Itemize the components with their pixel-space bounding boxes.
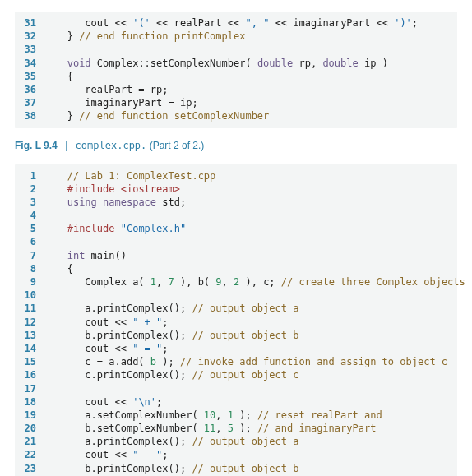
code-content: a.printComplex(); // output object a	[49, 435, 298, 448]
line-number: 1	[18, 169, 36, 183]
code-line: 18 cout << '\n';	[18, 395, 451, 409]
code-block-2: 1 // Lab 1: ComplexTest.cpp2 #include <i…	[15, 164, 457, 477]
code-content: imaginaryPart = ip;	[49, 96, 198, 109]
line-number: 12	[18, 316, 36, 329]
code-line: 36 realPart = rp;	[18, 83, 451, 96]
code-line: 38 } // end function setComplexNumber	[18, 109, 451, 122]
line-number: 21	[18, 435, 36, 448]
line-number: 8	[18, 262, 36, 275]
line-number: 19	[18, 409, 36, 422]
line-number: 4	[18, 209, 36, 222]
line-number: 9	[18, 275, 36, 289]
code-line: 15 c = a.add( b ); // invoke add functio…	[18, 355, 451, 368]
code-line: 2 #include <iostream>	[18, 183, 451, 196]
code-content: #include <iostream>	[49, 183, 180, 196]
line-number: 33	[18, 43, 36, 56]
code-content: int main()	[49, 249, 127, 262]
code-line: 11 a.printComplex(); // output object a	[18, 302, 451, 315]
code-content: void Complex::setComplexNumber( double r…	[49, 57, 388, 70]
code-line: 31 cout << '(' << realPart << ", " << im…	[18, 16, 451, 30]
code-line: 4	[18, 209, 451, 222]
line-number: 11	[18, 302, 36, 315]
caption-separator: |	[65, 140, 67, 151]
code-line: 7 int main()	[18, 249, 451, 262]
line-number: 15	[18, 355, 36, 368]
line-number: 2	[18, 183, 36, 196]
code-line: 32 } // end function printComplex	[18, 30, 451, 43]
code-line: 8 {	[18, 262, 451, 275]
line-number: 14	[18, 342, 36, 355]
code-content: c = a.add( b ); // invoke add function a…	[49, 355, 447, 368]
line-number: 36	[18, 83, 36, 96]
code-line: 14 cout << " = ";	[18, 342, 451, 355]
code-content: b.printComplex(); // output object b	[49, 462, 298, 475]
line-number: 17	[18, 382, 36, 395]
code-line: 9 Complex a( 1, 7 ), b( 9, 2 ), c; // cr…	[18, 275, 451, 289]
code-content: b.printComplex(); // output object b	[49, 329, 298, 342]
code-content: c.printComplex(); // output object c	[49, 368, 298, 381]
code-content: realPart = rp;	[49, 83, 169, 96]
code-content: b.setComplexNumber( 11, 5 ); // and imag…	[49, 422, 376, 435]
code-block-1: 31 cout << '(' << realPart << ", " << im…	[15, 12, 457, 128]
line-number: 38	[18, 109, 36, 122]
figure-caption: Fig. L 9.4 | complex.cpp. (Part 2 of 2.)	[15, 140, 457, 151]
code-line: 19 a.setComplexNumber( 10, 1 ); // reset…	[18, 409, 451, 422]
line-number: 23	[18, 462, 36, 475]
line-number: 10	[18, 289, 36, 302]
line-number: 3	[18, 196, 36, 209]
line-number: 22	[18, 448, 36, 461]
code-line: 10	[18, 289, 451, 302]
code-content: cout << " + ";	[49, 316, 169, 329]
code-line: 1 // Lab 1: ComplexTest.cpp	[18, 169, 451, 183]
code-line: 20 b.setComplexNumber( 11, 5 ); // and i…	[18, 422, 451, 435]
line-number: 37	[18, 96, 36, 109]
code-line: 33	[18, 43, 451, 56]
code-line: 21 a.printComplex(); // output object a	[18, 435, 451, 448]
code-line: 5 #include "Complex.h"	[18, 222, 451, 235]
code-line: 23 b.printComplex(); // output object b	[18, 462, 451, 475]
code-content: {	[49, 70, 73, 83]
line-number: 13	[18, 329, 36, 342]
line-number: 7	[18, 249, 36, 262]
code-line: 13 b.printComplex(); // output object b	[18, 329, 451, 342]
figure-label: Fig. L 9.4	[15, 140, 58, 151]
line-number: 32	[18, 30, 36, 43]
line-number: 31	[18, 16, 36, 30]
code-content: cout << " = ";	[49, 342, 169, 355]
code-line: 37 imaginaryPart = ip;	[18, 96, 451, 109]
code-content: } // end function printComplex	[49, 30, 245, 43]
code-content: using namespace std;	[49, 196, 186, 209]
line-number: 6	[18, 235, 36, 248]
line-number: 20	[18, 422, 36, 435]
line-number: 34	[18, 57, 36, 70]
code-content: Complex a( 1, 7 ), b( 9, 2 ), c; // crea…	[49, 275, 465, 289]
code-content: {	[49, 262, 73, 275]
caption-rest: (Part 2 of 2.)	[146, 140, 204, 151]
code-content: #include "Complex.h"	[49, 222, 186, 235]
code-content: cout << '\n';	[49, 395, 162, 409]
code-content: a.setComplexNumber( 10, 1 ); // reset re…	[49, 409, 382, 422]
code-line: 22 cout << " - ";	[18, 448, 451, 461]
code-content: } // end function setComplexNumber	[49, 109, 269, 122]
code-content: a.printComplex(); // output object a	[49, 302, 298, 315]
code-content: cout << " - ";	[49, 448, 169, 461]
code-content: cout << '(' << realPart << ", " << imagi…	[49, 16, 418, 30]
line-number: 16	[18, 368, 36, 381]
code-content: // Lab 1: ComplexTest.cpp	[49, 169, 215, 183]
code-line: 12 cout << " + ";	[18, 316, 451, 329]
code-line: 16 c.printComplex(); // output object c	[18, 368, 451, 381]
code-line: 34 void Complex::setComplexNumber( doubl…	[18, 57, 451, 70]
code-line: 17	[18, 382, 451, 395]
code-line: 35 {	[18, 70, 451, 83]
line-number: 5	[18, 222, 36, 235]
code-line: 3 using namespace std;	[18, 196, 451, 209]
line-number: 35	[18, 70, 36, 83]
caption-filename: complex.cpp.	[76, 140, 147, 151]
line-number: 18	[18, 395, 36, 409]
code-line: 6	[18, 235, 451, 248]
